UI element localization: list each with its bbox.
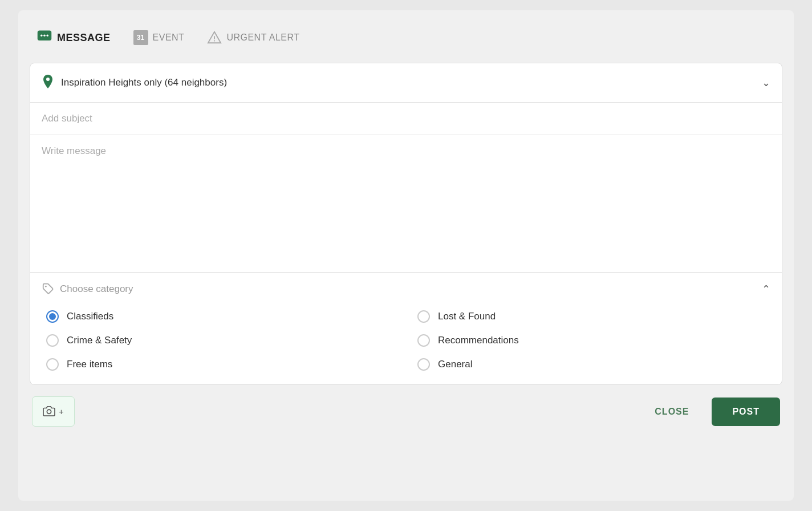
message-row xyxy=(30,135,782,273)
location-selector[interactable]: Inspiration Heights only (64 neighbors) … xyxy=(30,63,782,103)
category-classifieds-label: Classifieds xyxy=(67,311,113,322)
category-option-lost-found[interactable]: Lost & Found xyxy=(417,310,766,323)
tab-bar: MESSAGE 31 EVENT URGENT ALERT xyxy=(30,22,782,58)
category-option-free-items[interactable]: Free items xyxy=(46,358,395,371)
tab-message[interactable]: MESSAGE xyxy=(32,26,115,49)
svg-point-9 xyxy=(45,286,47,287)
svg-point-8 xyxy=(46,78,50,81)
tab-event-label: EVENT xyxy=(153,33,185,43)
category-header[interactable]: Choose category ⌃ xyxy=(42,282,770,297)
tab-urgent-label: URGENT ALERT xyxy=(226,33,299,43)
alert-triangle-icon xyxy=(207,30,222,45)
photo-button[interactable]: + xyxy=(32,396,75,427)
svg-point-3 xyxy=(47,35,49,37)
chevron-down-icon: ⌄ xyxy=(762,76,770,89)
category-lost-found-label: Lost & Found xyxy=(438,311,496,322)
radio-free-items[interactable] xyxy=(46,358,59,371)
calendar-icon: 31 xyxy=(133,30,148,45)
radio-general[interactable] xyxy=(417,358,430,371)
category-option-general[interactable]: General xyxy=(417,358,766,371)
location-text: Inspiration Heights only (64 neighbors) xyxy=(61,77,762,88)
svg-point-7 xyxy=(214,40,215,41)
radio-recommendations[interactable] xyxy=(417,334,430,347)
tab-message-label: MESSAGE xyxy=(57,32,111,44)
category-option-crime-safety[interactable]: Crime & Safety xyxy=(46,334,395,347)
form-card: Inspiration Heights only (64 neighbors) … xyxy=(30,63,782,385)
message-textarea[interactable] xyxy=(42,145,770,259)
modal-container: MESSAGE 31 EVENT URGENT ALERT xyxy=(18,10,794,501)
tab-urgent[interactable]: URGENT ALERT xyxy=(202,28,304,47)
subject-input[interactable] xyxy=(42,113,770,124)
category-option-recommendations[interactable]: Recommendations xyxy=(417,334,766,347)
bottom-right: CLOSE POST xyxy=(643,398,780,426)
category-label: Choose category xyxy=(60,283,133,295)
camera-icon xyxy=(43,405,55,418)
photo-button-label: + xyxy=(59,407,64,416)
category-row: Choose category ⌃ Classifieds Lost & Fou… xyxy=(30,273,782,384)
tab-event[interactable]: 31 EVENT xyxy=(129,28,189,47)
bottom-bar: + CLOSE POST xyxy=(30,396,782,427)
chevron-up-icon: ⌃ xyxy=(762,283,770,295)
category-general-label: General xyxy=(438,359,472,370)
svg-point-10 xyxy=(47,409,51,413)
svg-point-2 xyxy=(43,35,46,37)
location-pin-icon xyxy=(42,74,54,92)
category-recommendations-label: Recommendations xyxy=(438,335,519,346)
category-free-items-label: Free items xyxy=(67,359,112,370)
category-grid: Classifieds Lost & Found Crime & Safety … xyxy=(42,306,770,375)
category-option-classifieds[interactable]: Classifieds xyxy=(46,310,395,323)
post-button[interactable]: POST xyxy=(712,398,780,426)
category-crime-safety-label: Crime & Safety xyxy=(67,335,132,346)
tag-icon xyxy=(42,282,54,297)
radio-crime-safety[interactable] xyxy=(46,334,59,347)
radio-classifieds[interactable] xyxy=(46,310,59,323)
chat-icon xyxy=(36,29,52,47)
close-button[interactable]: CLOSE xyxy=(643,399,700,425)
radio-lost-found[interactable] xyxy=(417,310,430,323)
svg-point-1 xyxy=(40,35,43,37)
subject-row xyxy=(30,103,782,135)
